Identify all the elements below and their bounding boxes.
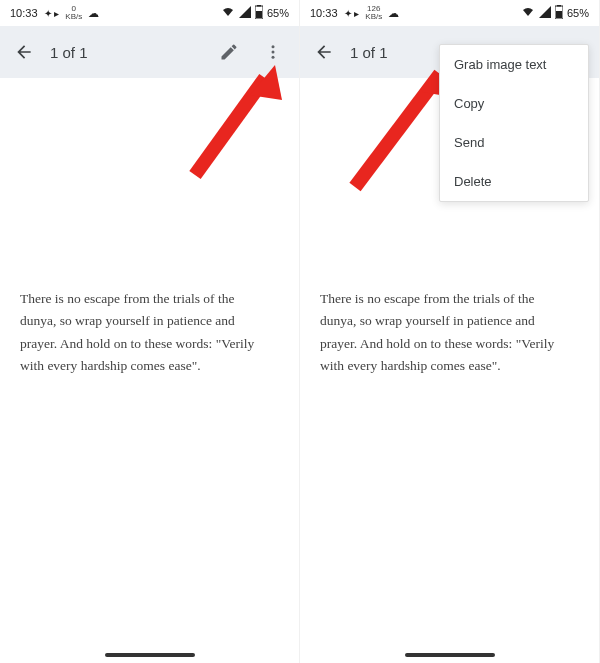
back-button[interactable] [310, 38, 338, 66]
menu-delete[interactable]: Delete [440, 162, 588, 201]
menu-send[interactable]: Send [440, 123, 588, 162]
nav-indicator [405, 653, 495, 657]
status-indicators: ✦ ▸ [44, 8, 60, 19]
svg-point-4 [272, 51, 275, 54]
svg-rect-1 [257, 5, 261, 7]
svg-rect-2 [256, 11, 262, 18]
battery-icon [555, 5, 563, 21]
status-left: 10:33 ✦ ▸ 0 KB/s ☁ [10, 5, 99, 21]
signal-icon [539, 6, 551, 20]
net-speed: 0 KB/s [65, 5, 82, 21]
status-time: 10:33 [310, 7, 338, 19]
annotation-arrow [180, 60, 290, 180]
net-speed: 126 KB/s [365, 5, 382, 21]
cloud-icon: ☁ [88, 7, 99, 20]
page-counter: 1 of 1 [50, 44, 201, 61]
svg-rect-7 [557, 5, 561, 7]
status-left: 10:33 ✦ ▸ 126 KB/s ☁ [310, 5, 399, 21]
svg-point-5 [272, 56, 275, 59]
status-right: 65% [221, 5, 289, 21]
battery-icon [255, 5, 263, 21]
svg-rect-8 [556, 11, 562, 18]
status-bar: 10:33 ✦ ▸ 126 KB/s ☁ 65% [300, 0, 599, 26]
wifi-icon [221, 6, 235, 20]
status-time: 10:33 [10, 7, 38, 19]
signal-icon [239, 6, 251, 20]
svg-point-3 [272, 45, 275, 48]
menu-grab-image-text[interactable]: Grab image text [440, 45, 588, 84]
phone-left: 10:33 ✦ ▸ 0 KB/s ☁ 65% 1 of 1 [0, 0, 300, 663]
nav-indicator [105, 653, 195, 657]
note-text: There is no escape from the trials of th… [20, 288, 260, 377]
note-text: There is no escape from the trials of th… [320, 288, 560, 377]
menu-copy[interactable]: Copy [440, 84, 588, 123]
phone-right: 10:33 ✦ ▸ 126 KB/s ☁ 65% 1 of 1 [300, 0, 600, 663]
status-bar: 10:33 ✦ ▸ 0 KB/s ☁ 65% [0, 0, 299, 26]
context-menu: Grab image text Copy Send Delete [439, 44, 589, 202]
wifi-icon [521, 6, 535, 20]
cloud-icon: ☁ [388, 7, 399, 20]
status-indicators: ✦ ▸ [344, 8, 360, 19]
back-button[interactable] [10, 38, 38, 66]
status-right: 65% [521, 5, 589, 21]
battery-percent: 65% [567, 7, 589, 19]
battery-percent: 65% [267, 7, 289, 19]
